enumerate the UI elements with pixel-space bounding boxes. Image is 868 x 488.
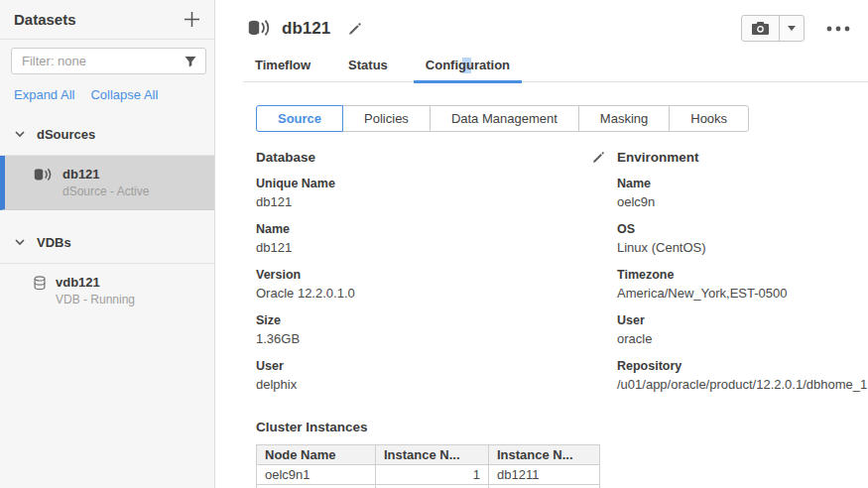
- subtab-data-management[interactable]: Data Management: [430, 105, 579, 132]
- page-header: db121: [216, 0, 868, 42]
- add-dataset-button[interactable]: [184, 11, 200, 28]
- snapshot-dropdown-button[interactable]: [779, 16, 804, 41]
- dsource-database-waves-icon: [34, 168, 53, 183]
- vdbs-group-header[interactable]: VDBs: [0, 210, 214, 264]
- field-env-name: Name oelc9n: [617, 176, 867, 210]
- chevron-down-icon: [15, 131, 25, 138]
- plus-icon: [184, 11, 200, 28]
- field-size: Size 1.36GB: [256, 312, 605, 347]
- sidebar-group-vdbs: VDBs vdb121 VDB - Running: [0, 210, 214, 317]
- sidebar-item-text: vdb121 VDB - Running: [56, 275, 135, 306]
- sidebar-group-dsources: dSources db121 dSource - Active: [0, 102, 214, 210]
- camera-snapshot-button[interactable]: [742, 16, 779, 41]
- chevron-down-icon: [15, 239, 25, 246]
- subtab-source[interactable]: Source: [256, 105, 343, 132]
- field-repository: Repository /u01/app/oracle/product/12.2.…: [617, 358, 867, 393]
- subtab-policies[interactable]: Policies: [342, 105, 431, 132]
- filter-funnel-icon[interactable]: [185, 56, 196, 67]
- configuration-content: Source Policies Data Management Masking …: [216, 82, 868, 488]
- sidebar-item-status: dSource - Active: [62, 184, 149, 198]
- database-stack-icon: [34, 276, 46, 291]
- field-os: OS Linux (CentOS): [617, 221, 867, 256]
- caret-down-icon: [788, 26, 796, 31]
- table-row[interactable]: oelc9n1 1 db1211: [257, 465, 600, 485]
- col-instance-name: Instance N...: [489, 445, 600, 465]
- field-version: Version Oracle 12.2.0.1.0: [256, 267, 605, 302]
- subtab-masking[interactable]: Masking: [578, 105, 670, 132]
- camera-icon: [752, 22, 769, 35]
- sidebar-header: Datasets: [0, 0, 214, 40]
- edit-title-pencil-icon[interactable]: [348, 22, 362, 36]
- main-tabs: Timeflow Status Configuration: [243, 58, 868, 82]
- col-instance-number: Instance N...: [376, 445, 489, 465]
- sidebar-item-name: vdb121: [56, 275, 135, 290]
- database-section: Database Unique Name db121 Name db121: [256, 149, 605, 393]
- tab-timeflow[interactable]: Timeflow: [243, 58, 322, 81]
- table-row[interactable]: oelc9n2 2 db1212: [257, 485, 600, 488]
- table-header-row: Node Name Instance N... Instance N...: [257, 445, 600, 465]
- cluster-instances-heading: Cluster Instances: [256, 420, 368, 434]
- more-actions-button[interactable]: [826, 26, 850, 32]
- page-title: db121: [282, 19, 330, 39]
- tree-controls: Expand All Collapse All: [0, 78, 214, 102]
- environment-heading: Environment: [617, 150, 699, 165]
- dsources-group-label: dSources: [37, 127, 95, 142]
- sidebar-item-text: db121 dSource - Active: [62, 167, 149, 198]
- cluster-instances-section: Cluster Instances Node Name Instance N..…: [256, 418, 852, 488]
- col-node-name: Node Name: [257, 445, 376, 465]
- filter-field: [11, 48, 206, 74]
- sidebar-item-vdb121[interactable]: vdb121 VDB - Running: [0, 264, 214, 317]
- field-timezone: Timezone America/New_York,EST-0500: [617, 267, 867, 302]
- ellipsis-icon: [826, 26, 850, 32]
- vdbs-group-label: VDBs: [37, 235, 71, 250]
- details-grid: Database Unique Name db121 Name db121: [256, 149, 852, 393]
- field-db-user: User delphix: [256, 358, 605, 393]
- header-actions: [741, 15, 852, 42]
- datasets-title: Datasets: [14, 11, 76, 28]
- edit-database-pencil-icon[interactable]: [592, 151, 605, 164]
- environment-section: Environment Name oelc9n OS Linux (CentOS…: [617, 149, 867, 393]
- app-root: Datasets Expand All Collapse All dSource…: [0, 0, 868, 488]
- sidebar: Datasets Expand All Collapse All dSource…: [0, 0, 215, 488]
- field-name: Name db121: [256, 221, 605, 256]
- main-panel: db121 Timeflow Status: [216, 0, 868, 488]
- filter-input[interactable]: [11, 48, 206, 74]
- sidebar-item-db121[interactable]: db121 dSource - Active: [0, 156, 214, 210]
- field-env-user: User oracle: [617, 312, 867, 347]
- expand-all-link[interactable]: Expand All: [14, 87, 74, 102]
- tab-status[interactable]: Status: [336, 58, 400, 81]
- snapshot-split-button: [741, 15, 805, 42]
- collapse-all-link[interactable]: Collapse All: [90, 87, 158, 102]
- tab-configuration[interactable]: Configuration: [414, 58, 522, 81]
- sidebar-item-status: VDB - Running: [56, 293, 135, 306]
- field-unique-name: Unique Name db121: [256, 176, 605, 210]
- dsource-database-waves-icon: [248, 19, 271, 38]
- database-heading: Database: [256, 150, 315, 165]
- subtab-hooks[interactable]: Hooks: [669, 105, 749, 132]
- dsources-group-header[interactable]: dSources: [0, 102, 214, 156]
- configuration-subtabs: Source Policies Data Management Masking …: [256, 105, 749, 132]
- sidebar-item-name: db121: [62, 167, 149, 182]
- cluster-instances-table: Node Name Instance N... Instance N... oe…: [256, 444, 600, 488]
